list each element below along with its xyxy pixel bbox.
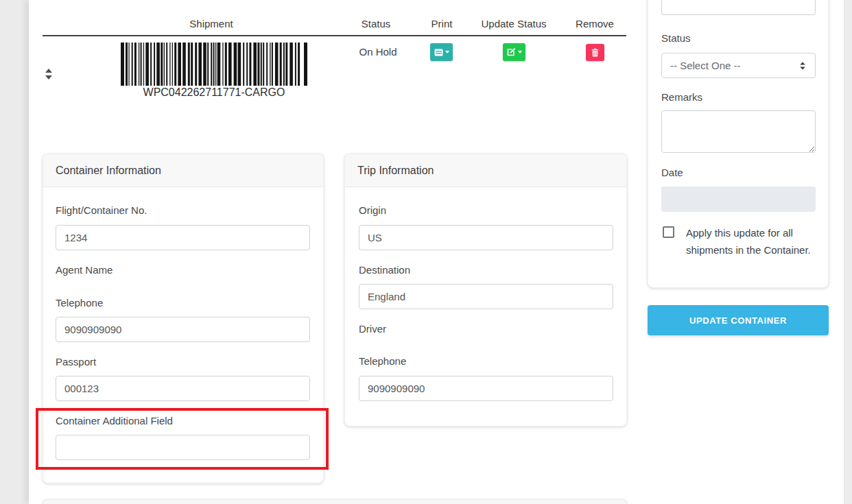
origin-label: Origin [359,204,386,216]
sort-icon [43,68,54,80]
container-information-card: Container Information Flight/Container N… [43,154,324,483]
row-sort-handle[interactable] [43,68,54,80]
date-input[interactable] [661,187,816,212]
barcode-text: WPC042262711771-CARGO [121,86,307,99]
passport-input[interactable] [56,376,310,401]
driver-label: Driver [359,323,386,335]
trip-card-title: Trip Information [345,154,626,187]
status-label: Status [661,32,691,44]
remarks-label: Remarks [661,91,702,103]
update-status-button[interactable] [503,43,525,61]
top-partial-input[interactable] [661,0,816,15]
status-select[interactable]: -- Select One -- [661,53,816,78]
flight-container-no-input[interactable] [56,225,310,250]
list-icon [434,49,443,56]
print-button[interactable] [430,43,453,61]
date-label: Date [661,167,683,178]
container-additional-field-label: Container Additional Field [56,415,173,427]
col-header-update-status: Update Status [481,18,546,29]
container-card-title: Container Information [43,154,323,187]
container-telephone-input[interactable] [56,317,310,342]
apply-all-checkbox-label: Apply this update for all shipments in t… [686,224,811,259]
flight-container-no-label: Flight/Container No. [56,204,147,216]
col-header-remove: Remove [576,18,614,29]
scrollbar[interactable] [844,0,852,504]
origin-input[interactable] [359,225,613,250]
col-header-print: Print [431,18,453,29]
next-card-partial [43,499,627,504]
container-telephone-label: Telephone [56,297,103,309]
update-panel-card: Status -- Select One -- Remarks Date App… [648,0,829,288]
apply-all-checkbox[interactable] [663,226,674,238]
agent-name-label: Agent Name [56,264,113,276]
barcode-image [121,43,307,86]
trip-telephone-label: Telephone [359,355,406,367]
table-header-divider [43,35,626,36]
select-arrows-icon [799,62,806,70]
destination-input[interactable] [359,284,613,309]
passport-label: Passport [56,356,96,368]
shipment-status: On Hold [359,46,397,58]
caret-down-icon [518,51,522,53]
container-additional-field-input[interactable] [56,435,310,460]
remove-button[interactable] [586,44,604,61]
trash-icon [591,48,599,57]
page: Shipment Status Print Update Status Remo… [0,0,852,504]
destination-label: Destination [359,264,410,276]
col-header-shipment: Shipment [189,18,233,29]
remarks-textarea[interactable] [661,110,816,153]
col-header-status: Status [362,18,391,29]
update-container-button[interactable]: UPDATE CONTAINER [648,305,829,335]
caret-down-icon [445,51,449,53]
trip-telephone-input[interactable] [359,376,613,401]
trip-information-card: Trip Information Origin Destination Driv… [344,154,627,427]
edit-icon [507,48,516,56]
status-select-value: -- Select One -- [670,60,741,71]
